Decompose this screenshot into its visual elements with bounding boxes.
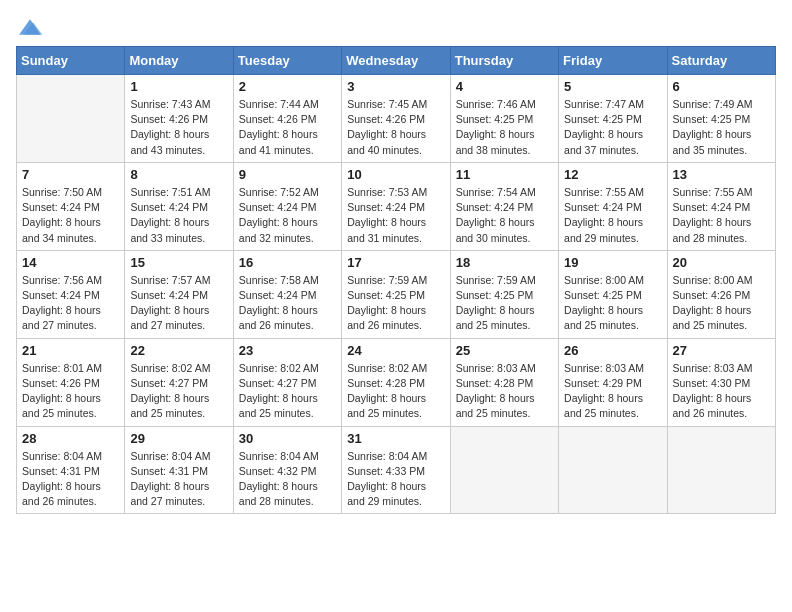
- day-number: 28: [22, 431, 119, 446]
- daylight-text: Daylight: 8 hours and 26 minutes.: [347, 304, 426, 331]
- daylight-text: Daylight: 8 hours and 43 minutes.: [130, 128, 209, 155]
- day-number: 8: [130, 167, 227, 182]
- day-info: Sunrise: 7:50 AMSunset: 4:24 PMDaylight:…: [22, 185, 119, 246]
- sunrise-text: Sunrise: 8:04 AM: [239, 450, 319, 462]
- daylight-text: Daylight: 8 hours and 25 minutes.: [22, 392, 101, 419]
- calendar-week-5: 28Sunrise: 8:04 AMSunset: 4:31 PMDayligh…: [17, 426, 776, 514]
- day-number: 17: [347, 255, 444, 270]
- calendar-cell: 25Sunrise: 8:03 AMSunset: 4:28 PMDayligh…: [450, 338, 558, 426]
- sunset-text: Sunset: 4:24 PM: [347, 201, 425, 213]
- calendar-cell: 26Sunrise: 8:03 AMSunset: 4:29 PMDayligh…: [559, 338, 667, 426]
- daylight-text: Daylight: 8 hours and 31 minutes.: [347, 216, 426, 243]
- day-info: Sunrise: 8:04 AMSunset: 4:31 PMDaylight:…: [22, 449, 119, 510]
- day-number: 25: [456, 343, 553, 358]
- day-info: Sunrise: 7:49 AMSunset: 4:25 PMDaylight:…: [673, 97, 770, 158]
- sunset-text: Sunset: 4:25 PM: [347, 289, 425, 301]
- calendar-cell: 28Sunrise: 8:04 AMSunset: 4:31 PMDayligh…: [17, 426, 125, 514]
- daylight-text: Daylight: 8 hours and 37 minutes.: [564, 128, 643, 155]
- sunset-text: Sunset: 4:26 PM: [347, 113, 425, 125]
- sunset-text: Sunset: 4:25 PM: [673, 113, 751, 125]
- calendar-cell: 18Sunrise: 7:59 AMSunset: 4:25 PMDayligh…: [450, 250, 558, 338]
- day-number: 14: [22, 255, 119, 270]
- sunset-text: Sunset: 4:26 PM: [673, 289, 751, 301]
- day-info: Sunrise: 7:59 AMSunset: 4:25 PMDaylight:…: [347, 273, 444, 334]
- sunset-text: Sunset: 4:24 PM: [239, 201, 317, 213]
- daylight-text: Daylight: 8 hours and 34 minutes.: [22, 216, 101, 243]
- day-number: 21: [22, 343, 119, 358]
- day-number: 30: [239, 431, 336, 446]
- sunset-text: Sunset: 4:28 PM: [456, 377, 534, 389]
- column-header-saturday: Saturday: [667, 47, 775, 75]
- sunrise-text: Sunrise: 8:04 AM: [130, 450, 210, 462]
- sunset-text: Sunset: 4:24 PM: [22, 289, 100, 301]
- day-number: 22: [130, 343, 227, 358]
- calendar-cell: 31Sunrise: 8:04 AMSunset: 4:33 PMDayligh…: [342, 426, 450, 514]
- calendar-cell: 11Sunrise: 7:54 AMSunset: 4:24 PMDayligh…: [450, 162, 558, 250]
- day-info: Sunrise: 8:00 AMSunset: 4:25 PMDaylight:…: [564, 273, 661, 334]
- sunset-text: Sunset: 4:27 PM: [130, 377, 208, 389]
- sunset-text: Sunset: 4:25 PM: [564, 289, 642, 301]
- calendar-cell: [559, 426, 667, 514]
- day-number: 31: [347, 431, 444, 446]
- day-info: Sunrise: 8:04 AMSunset: 4:33 PMDaylight:…: [347, 449, 444, 510]
- calendar-cell: 1Sunrise: 7:43 AMSunset: 4:26 PMDaylight…: [125, 75, 233, 163]
- sunrise-text: Sunrise: 7:53 AM: [347, 186, 427, 198]
- calendar-table: SundayMondayTuesdayWednesdayThursdayFrid…: [16, 46, 776, 514]
- day-number: 9: [239, 167, 336, 182]
- sunrise-text: Sunrise: 7:43 AM: [130, 98, 210, 110]
- calendar-week-1: 1Sunrise: 7:43 AMSunset: 4:26 PMDaylight…: [17, 75, 776, 163]
- daylight-text: Daylight: 8 hours and 25 minutes.: [673, 304, 752, 331]
- sunrise-text: Sunrise: 7:57 AM: [130, 274, 210, 286]
- day-number: 3: [347, 79, 444, 94]
- day-number: 18: [456, 255, 553, 270]
- daylight-text: Daylight: 8 hours and 33 minutes.: [130, 216, 209, 243]
- daylight-text: Daylight: 8 hours and 28 minutes.: [673, 216, 752, 243]
- daylight-text: Daylight: 8 hours and 27 minutes.: [22, 304, 101, 331]
- sunrise-text: Sunrise: 7:55 AM: [564, 186, 644, 198]
- daylight-text: Daylight: 8 hours and 26 minutes.: [22, 480, 101, 507]
- sunrise-text: Sunrise: 8:01 AM: [22, 362, 102, 374]
- day-info: Sunrise: 7:55 AMSunset: 4:24 PMDaylight:…: [564, 185, 661, 246]
- sunrise-text: Sunrise: 7:50 AM: [22, 186, 102, 198]
- sunrise-text: Sunrise: 7:51 AM: [130, 186, 210, 198]
- daylight-text: Daylight: 8 hours and 30 minutes.: [456, 216, 535, 243]
- daylight-text: Daylight: 8 hours and 26 minutes.: [673, 392, 752, 419]
- sunset-text: Sunset: 4:26 PM: [239, 113, 317, 125]
- sunrise-text: Sunrise: 8:04 AM: [22, 450, 102, 462]
- day-info: Sunrise: 8:03 AMSunset: 4:29 PMDaylight:…: [564, 361, 661, 422]
- day-number: 6: [673, 79, 770, 94]
- sunset-text: Sunset: 4:28 PM: [347, 377, 425, 389]
- daylight-text: Daylight: 8 hours and 40 minutes.: [347, 128, 426, 155]
- daylight-text: Daylight: 8 hours and 25 minutes.: [456, 304, 535, 331]
- calendar-cell: 22Sunrise: 8:02 AMSunset: 4:27 PMDayligh…: [125, 338, 233, 426]
- calendar-cell: 3Sunrise: 7:45 AMSunset: 4:26 PMDaylight…: [342, 75, 450, 163]
- logo-icon: [16, 16, 44, 38]
- calendar-cell: 4Sunrise: 7:46 AMSunset: 4:25 PMDaylight…: [450, 75, 558, 163]
- calendar-cell: 5Sunrise: 7:47 AMSunset: 4:25 PMDaylight…: [559, 75, 667, 163]
- sunrise-text: Sunrise: 8:03 AM: [564, 362, 644, 374]
- column-header-monday: Monday: [125, 47, 233, 75]
- sunrise-text: Sunrise: 7:44 AM: [239, 98, 319, 110]
- sunrise-text: Sunrise: 7:59 AM: [347, 274, 427, 286]
- column-header-thursday: Thursday: [450, 47, 558, 75]
- day-info: Sunrise: 7:45 AMSunset: 4:26 PMDaylight:…: [347, 97, 444, 158]
- day-info: Sunrise: 7:58 AMSunset: 4:24 PMDaylight:…: [239, 273, 336, 334]
- calendar-week-4: 21Sunrise: 8:01 AMSunset: 4:26 PMDayligh…: [17, 338, 776, 426]
- sunset-text: Sunset: 4:33 PM: [347, 465, 425, 477]
- sunset-text: Sunset: 4:24 PM: [673, 201, 751, 213]
- sunset-text: Sunset: 4:31 PM: [130, 465, 208, 477]
- daylight-text: Daylight: 8 hours and 38 minutes.: [456, 128, 535, 155]
- sunrise-text: Sunrise: 8:03 AM: [456, 362, 536, 374]
- day-number: 16: [239, 255, 336, 270]
- sunset-text: Sunset: 4:25 PM: [456, 289, 534, 301]
- sunset-text: Sunset: 4:30 PM: [673, 377, 751, 389]
- sunrise-text: Sunrise: 7:59 AM: [456, 274, 536, 286]
- calendar-cell: 21Sunrise: 8:01 AMSunset: 4:26 PMDayligh…: [17, 338, 125, 426]
- sunset-text: Sunset: 4:25 PM: [564, 113, 642, 125]
- day-info: Sunrise: 8:03 AMSunset: 4:28 PMDaylight:…: [456, 361, 553, 422]
- day-info: Sunrise: 7:54 AMSunset: 4:24 PMDaylight:…: [456, 185, 553, 246]
- sunset-text: Sunset: 4:24 PM: [564, 201, 642, 213]
- day-info: Sunrise: 7:53 AMSunset: 4:24 PMDaylight:…: [347, 185, 444, 246]
- calendar-cell: 23Sunrise: 8:02 AMSunset: 4:27 PMDayligh…: [233, 338, 341, 426]
- daylight-text: Daylight: 8 hours and 25 minutes.: [347, 392, 426, 419]
